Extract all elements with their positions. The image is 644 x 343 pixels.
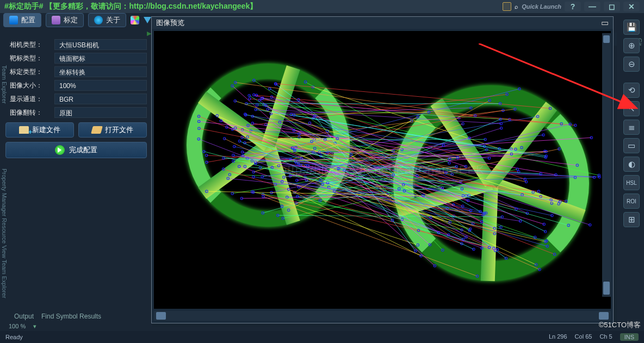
zoom-value[interactable]: 100 %	[9, 323, 26, 330]
contrast-icon[interactable]: ◐	[623, 157, 640, 172]
tab-about[interactable]: 关于	[88, 13, 126, 27]
start-debug-icon[interactable]: ▶	[147, 30, 151, 37]
quick-launch-icon[interactable]: ⌕	[515, 3, 518, 10]
save-icon[interactable]: 💾	[623, 20, 640, 35]
camera-type-label: 相机类型：	[5, 40, 54, 49]
tab-calib-label: 标定	[64, 15, 78, 25]
right-wheel-image	[393, 85, 589, 281]
right-toolbar: 💾 ⊕ ⊖ ⟲ ↖ ≣ ▭ ◐ HSL ROI ⊞	[623, 20, 642, 227]
zoom-in-icon[interactable]: ⊕	[623, 38, 640, 53]
finish-config-label: 完成配置	[69, 145, 97, 155]
open-file-label: 打开文件	[105, 125, 133, 135]
maximize-button[interactable]: ◻	[604, 2, 620, 11]
tab-calib[interactable]: 标定	[46, 13, 84, 27]
preview-maximize-icon[interactable]: ▭	[601, 18, 609, 28]
preview-title: 图像预览	[156, 18, 184, 28]
close-button[interactable]: ✕	[623, 2, 640, 11]
zoom-out-icon[interactable]: ⊖	[623, 57, 640, 72]
minimize-button[interactable]: —	[584, 2, 600, 11]
target-type-select[interactable]: 镜面靶标	[54, 53, 147, 64]
finish-config-button[interactable]: 完成配置	[5, 142, 147, 158]
calib-type-label: 标定类型：	[5, 67, 54, 77]
app-title: #标定助手# 【更多精彩，敬请访问：http://blog.csdn.net/k…	[4, 2, 257, 11]
status-line: Ln 296	[549, 333, 567, 341]
find-results-tab[interactable]: Find Symbol Results	[41, 313, 101, 320]
title-bar: #标定助手# 【更多精彩，敬请访问：http://blog.csdn.net/k…	[0, 0, 644, 13]
target-type-label: 靶标类型：	[5, 54, 54, 63]
camera-type-select[interactable]: 大恒USB相机	[54, 39, 147, 50]
image-size-select[interactable]: 100%	[54, 80, 147, 91]
svg-point-281	[420, 255, 422, 257]
svg-point-248	[392, 150, 394, 152]
pointer-icon[interactable]: ↖	[623, 101, 640, 116]
bottom-panel-tabs: 100 % ▾	[9, 323, 36, 330]
gear-icon	[9, 16, 18, 24]
preview-titlebar[interactable]: 图像预览 ▭	[152, 17, 613, 29]
output-tab[interactable]: Output	[14, 313, 34, 320]
svg-point-77	[593, 176, 595, 178]
dropdown-icon[interactable]	[144, 17, 151, 23]
channel-select[interactable]: BGR	[54, 93, 147, 104]
new-file-button[interactable]: 新建文件	[5, 122, 74, 138]
svg-point-224	[598, 176, 600, 178]
svg-point-397	[350, 153, 352, 155]
rotate-icon[interactable]: ⟲	[623, 83, 640, 98]
calib-type-select[interactable]: 坐标转换	[54, 66, 147, 77]
play-icon	[55, 145, 65, 155]
watermark-text: http://blog.csdn.net/KayChanGEEK	[280, 163, 485, 177]
image-size-label: 图像大小：	[5, 81, 54, 90]
help-button[interactable]: ?	[565, 2, 581, 11]
new-file-label: 新建文件	[32, 125, 60, 135]
color-icon[interactable]	[131, 16, 139, 24]
titlebar-right: ⌕ Quick Launch ? — ◻ ✕	[503, 2, 640, 11]
status-ins: INS	[620, 333, 639, 341]
histogram-icon[interactable]: HSL	[623, 175, 640, 190]
svg-point-32	[598, 174, 600, 176]
calibrate-icon	[52, 16, 60, 24]
channel-label: 显示通道：	[5, 95, 54, 104]
tab-config[interactable]: 配置	[3, 13, 41, 27]
image-preview-window: 图像预览 ▭ http://blog.csdn.net/KayChanGEEK	[151, 16, 614, 323]
config-panel: 相机类型：大恒USB相机 靶标类型：镜面靶标 标定类型：坐标转换 图像大小：10…	[5, 38, 147, 158]
left-wheel-image	[187, 64, 350, 227]
svg-point-29	[574, 124, 577, 126]
flip-select[interactable]: 原图	[54, 107, 147, 118]
notify-icon[interactable]	[503, 2, 511, 11]
svg-point-65	[410, 120, 412, 122]
preview-scrollbar-vertical[interactable]	[602, 33, 611, 297]
fit-rect-icon[interactable]: ▭	[623, 138, 640, 153]
preview-canvas[interactable]: http://blog.csdn.net/KayChanGEEK	[154, 31, 611, 309]
status-col: Col 65	[575, 333, 592, 341]
status-ready: Ready	[5, 334, 23, 340]
status-ch: Ch 5	[599, 333, 612, 341]
svg-point-176	[590, 136, 592, 139]
roi-icon[interactable]: ROI	[623, 194, 640, 209]
flip-label: 图像翻转：	[5, 108, 54, 117]
info-icon	[94, 16, 103, 24]
status-bar: Ready Ln 296 Col 65 Ch 5 INS	[0, 331, 644, 343]
quick-launch-text[interactable]: Quick Launch	[522, 3, 561, 10]
tab-about-label: 关于	[106, 15, 120, 25]
line-height-icon[interactable]: ≣	[623, 120, 640, 135]
new-file-icon	[19, 126, 29, 134]
preview-scrollbar-horizontal[interactable]	[154, 311, 611, 321]
svg-point-239	[589, 223, 591, 226]
svg-point-260	[414, 250, 417, 252]
open-file-icon	[91, 126, 103, 134]
svg-point-122	[434, 265, 436, 267]
grid-icon[interactable]: ⊞	[623, 212, 640, 227]
svg-point-290	[391, 219, 393, 221]
source-badge: ©51CTO博客	[599, 320, 641, 330]
open-file-button[interactable]: 打开文件	[78, 122, 147, 138]
output-tabs: Output Find Symbol Results	[14, 313, 101, 320]
left-dock-tabs[interactable]: Property Manager Resource View Team Expl…	[1, 169, 8, 298]
tab-config-label: 配置	[21, 15, 35, 25]
svg-point-158	[387, 193, 389, 195]
